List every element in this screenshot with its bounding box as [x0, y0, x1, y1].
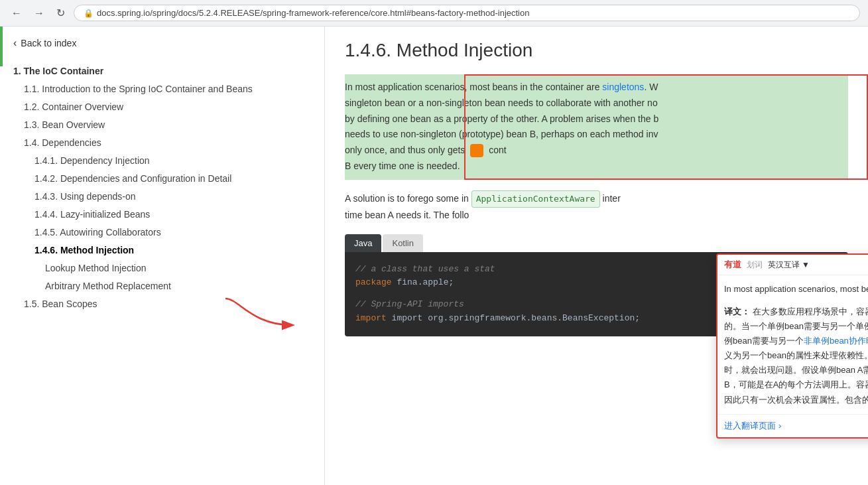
sidebar-item-dependency-injection[interactable]: 1.4.1. Dependency Injection [13, 152, 311, 170]
sidebar-item-intro-spring-ioc[interactable]: 1.1. Introduction to the Spring IoC Cont… [13, 80, 311, 98]
back-link-label: Back to index [21, 38, 76, 48]
main-layout: ‹ Back to index 1. The IoC Container 1.1… [0, 27, 868, 485]
active-section-indicator [0, 27, 3, 66]
translate-mode-button[interactable]: 英汉互译 ▼ [768, 259, 810, 271]
youdao-tooltip: 有道 划词 英汉互译 ▼ ☆ ✕ ⋮ In most application s… [716, 253, 868, 439]
tab-kotlin[interactable]: Kotlin [383, 234, 423, 252]
paragraph-2: A solution is to forego some in Applicat… [345, 190, 848, 224]
sidebar-item-dependencies[interactable]: 1.4. Dependencies [13, 134, 311, 152]
tooltip-footer: 进入翻译页面 › [717, 414, 868, 437]
sidebar-item-lazy-init[interactable]: 1.4.4. Lazy-initialized Beans [13, 206, 311, 224]
tooltip-translation: 译文： 在大多数应用程序场景中，容器中的大多数bean都是单例的。当一个单例be… [717, 302, 868, 414]
translation-text: 在大多数应用程序场景中，容器中的大多数bean都是单例的。当一个单例bean需要… [724, 307, 868, 405]
translation-label: 译文： [724, 307, 750, 316]
tab-java[interactable]: Java [345, 234, 381, 252]
tooltip-search-row: In most application scenarios, most bean… [717, 275, 868, 302]
sidebar-item-dependencies-config[interactable]: 1.4.2. Dependencies and Configuration in… [13, 170, 311, 188]
highlight-line-5: only once, and thus only gets cont [345, 143, 848, 159]
youdao-logo: 有道 [724, 259, 741, 271]
tooltip-divider-text: 划词 [747, 259, 763, 271]
tooltip-search-text: In most application scenarios, most bean… [724, 284, 868, 294]
tooltip-header: 有道 划词 英汉互译 ▼ ☆ ✕ ⋮ [717, 255, 868, 275]
sidebar-item-bean-overview[interactable]: 1.3. Bean Overview [13, 116, 311, 134]
sidebar-item-bean-scopes[interactable]: 1.5. Bean Scopes [13, 295, 311, 313]
nav-section: 1. The IoC Container 1.1. Introduction t… [13, 62, 311, 313]
content-area: 1.4.6. Method Injection In most applicat… [325, 27, 868, 485]
sidebar: ‹ Back to index 1. The IoC Container 1.1… [0, 27, 325, 485]
sidebar-item-arbitrary-method[interactable]: Arbitrary Method Replacement [13, 277, 311, 295]
sidebar-item-lookup-method[interactable]: Lookup Method Injection [13, 259, 311, 277]
highlight-line-4: needs to use non-singleton (prototype) b… [345, 127, 848, 143]
url-text: docs.spring.io/spring/docs/5.2.4.RELEASE… [97, 8, 529, 18]
sidebar-item-autowiring[interactable]: 1.4.5. Autowiring Collaborators [13, 224, 311, 242]
lock-icon: 🔒 [84, 9, 93, 18]
back-arrow-icon: ‹ [13, 37, 17, 49]
sidebar-item-ioc-container[interactable]: 1. The IoC Container [13, 62, 311, 80]
sidebar-item-method-injection[interactable]: 1.4.6. Method Injection [13, 242, 311, 259]
app-context-badge: ApplicationContextAware [471, 190, 600, 208]
page-title: 1.4.6. Method Injection [345, 40, 848, 61]
back-to-index-link[interactable]: ‹ Back to index [13, 37, 311, 49]
browser-chrome: ← → ↻ 🔒 docs.spring.io/spring/docs/5.2.4… [0, 0, 868, 27]
highlight-word: 非单例bean协作时 [804, 336, 868, 346]
translation-toggle[interactable] [470, 144, 483, 157]
forward-button[interactable]: → [31, 6, 48, 21]
highlight-line-6: B every time one is needed. [345, 159, 848, 174]
highlight-line-2: singleton bean or a non-singleton bean n… [345, 96, 848, 111]
highlight-line-1: In most application scenarios, most bean… [345, 80, 848, 96]
back-button[interactable]: ← [8, 6, 25, 21]
reload-button[interactable]: ↻ [53, 5, 68, 21]
highlight-line-3: by defining one bean as a property of th… [345, 111, 848, 127]
sidebar-item-depends-on[interactable]: 1.4.3. Using depends-on [13, 188, 311, 206]
highlight-paragraph: In most application scenarios, most bean… [345, 74, 848, 180]
translate-page-link[interactable]: 进入翻译页面 › [724, 420, 868, 432]
address-bar[interactable]: 🔒 docs.spring.io/spring/docs/5.2.4.RELEA… [74, 5, 860, 21]
code-tabs: Java Kotlin [345, 234, 848, 252]
singletons-link[interactable]: singletons [602, 82, 644, 92]
sidebar-item-container-overview[interactable]: 1.2. Container Overview [13, 98, 311, 116]
